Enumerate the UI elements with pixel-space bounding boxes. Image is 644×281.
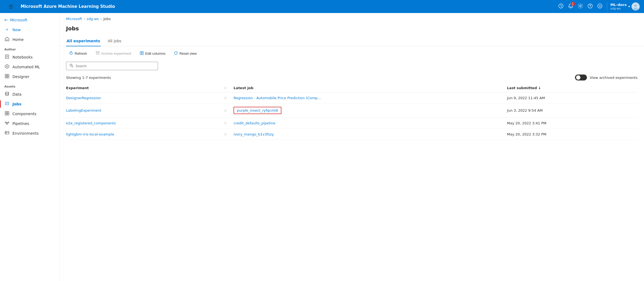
author-section-label: Author xyxy=(0,44,59,52)
experiment-link-1[interactable]: LabelingExperiment xyxy=(66,108,101,112)
star-cell-1: ☆ xyxy=(221,104,231,118)
latest-job-cell-2: credit_defaults_pipeline xyxy=(230,118,504,129)
sidebar-item-pipelines[interactable]: Pipelines xyxy=(0,119,59,128)
table-row: e2e_registered_components ☆ credit_defau… xyxy=(66,118,638,129)
sidebar-item-components[interactable]: Components xyxy=(0,109,59,119)
refresh-button[interactable]: Refresh xyxy=(66,50,90,57)
experiments-table: Experiment ☆ Latest job Last submitted ↓ xyxy=(66,84,638,140)
sidebar-item-home[interactable]: Home xyxy=(0,35,59,44)
archive-icon xyxy=(96,51,100,56)
page-title: Jobs xyxy=(66,25,638,32)
history-icon[interactable] xyxy=(558,3,564,10)
star-cell-3: ☆ xyxy=(221,129,231,140)
latest-job-link-3[interactable]: ivory_mango_b1v3fszy xyxy=(234,132,274,136)
toolbar: Refresh Archive experiment Edit columns … xyxy=(60,46,644,61)
svg-rect-18 xyxy=(7,76,9,78)
sidebar-automated-ml-label: Automated ML xyxy=(12,65,40,69)
svg-rect-26 xyxy=(5,122,6,123)
col-header-latest-job[interactable]: Latest job xyxy=(230,84,504,92)
sidebar-item-designer[interactable]: Designer xyxy=(0,72,59,82)
environments-icon xyxy=(4,131,10,136)
jobs-icon xyxy=(4,101,10,107)
reset-view-label: Reset view xyxy=(179,51,197,56)
tab-all-jobs[interactable]: All jobs xyxy=(107,36,122,46)
notification-icon[interactable]: 1 xyxy=(568,3,573,10)
svg-rect-15 xyxy=(5,74,7,76)
svg-rect-28 xyxy=(6,123,8,124)
latest-job-link-1[interactable]: purple_insect_ryfqcmt6 xyxy=(237,108,278,112)
automated-ml-icon xyxy=(4,64,10,70)
sidebar-data-label: Data xyxy=(12,92,21,96)
breadcrumb-current: Jobs xyxy=(103,17,111,21)
tab-all-experiments[interactable]: All experiments xyxy=(66,36,101,46)
svg-point-4 xyxy=(598,4,602,8)
breadcrumb-microsoft[interactable]: Microsoft xyxy=(66,17,82,21)
svg-rect-17 xyxy=(5,76,7,78)
back-arrow-icon: ← xyxy=(4,17,8,22)
breadcrumb-sep-1: › xyxy=(84,17,85,21)
star-cell-0: ☆ xyxy=(221,92,231,104)
experiment-link-2[interactable]: e2e_registered_components xyxy=(66,121,116,125)
sidebar-pipelines-label: Pipelines xyxy=(12,121,29,126)
toggle-label: View archived experiments xyxy=(590,76,638,80)
last-submitted-cell-3: May 20, 2022 3:32 PM xyxy=(504,129,638,140)
star-icon-3[interactable]: ☆ xyxy=(224,132,227,136)
archive-experiment-button[interactable]: Archive experiment xyxy=(93,50,134,57)
edit-columns-button[interactable]: Edit columns xyxy=(137,50,169,57)
sidebar-item-notebooks[interactable]: Notebooks xyxy=(0,52,59,62)
col-header-experiment[interactable]: Experiment xyxy=(66,84,221,92)
top-bar-left: ☰ Microsoft Azure Machine Learning Studi… xyxy=(4,2,115,12)
tabs-bar: All experiments All jobs xyxy=(60,36,644,46)
star-icon-0[interactable]: ☆ xyxy=(224,96,227,100)
svg-rect-25 xyxy=(7,114,9,115)
sidebar-environments-label: Environments xyxy=(12,131,39,135)
archive-toggle-row: View archived experiments xyxy=(575,75,638,80)
last-submitted-cell-2: May 20, 2022 3:41 PM xyxy=(504,118,638,129)
sidebar-item-new[interactable]: ＋ New xyxy=(0,25,59,35)
svg-point-6 xyxy=(634,4,637,7)
experiment-link-0[interactable]: DesignerRegression xyxy=(66,96,101,100)
sidebar-home-label: Home xyxy=(12,37,24,42)
latest-job-link-2[interactable]: credit_defaults_pipeline xyxy=(234,121,275,125)
settings-icon[interactable] xyxy=(578,3,583,10)
svg-rect-34 xyxy=(96,51,99,52)
latest-job-cell-3: ivory_mango_b1v3fszy xyxy=(230,129,504,140)
sidebar-item-jobs[interactable]: Jobs xyxy=(0,99,59,109)
star-icon-1[interactable]: ☆ xyxy=(224,108,227,113)
svg-rect-27 xyxy=(8,122,9,123)
search-icon xyxy=(70,64,73,68)
avatar xyxy=(632,2,640,11)
sidebar-item-environments[interactable]: Environments xyxy=(0,128,59,138)
toggle-knob xyxy=(576,75,580,80)
sidebar-new-label: New xyxy=(12,28,21,32)
last-submitted-cell-0: Jun 9, 2022 11:45 AM xyxy=(504,92,638,104)
svg-line-41 xyxy=(72,66,73,67)
sidebar-components-label: Components xyxy=(12,112,37,116)
hamburger-menu[interactable]: ☰ xyxy=(4,2,17,12)
help-icon[interactable] xyxy=(587,3,593,10)
app-title: Microsoft Azure Machine Learning Studio xyxy=(21,4,115,9)
col-header-last-submitted[interactable]: Last submitted ↓ xyxy=(504,84,638,92)
home-icon xyxy=(4,37,10,42)
reset-view-button[interactable]: Reset view xyxy=(171,50,200,57)
search-box[interactable] xyxy=(66,62,158,70)
sidebar-item-data[interactable]: Data xyxy=(0,89,59,99)
main-content: Microsoft › sdg-ws › Jobs Jobs All exper… xyxy=(60,13,644,281)
breadcrumb-workspace[interactable]: sdg-ws xyxy=(87,17,99,21)
latest-job-cell-0: Regression - Automobile Price Prediction… xyxy=(230,92,504,104)
sidebar-notebooks-label: Notebooks xyxy=(12,55,33,59)
latest-job-link-0[interactable]: Regression - Automobile Price Prediction… xyxy=(234,96,321,100)
sidebar-back-button[interactable]: ← Microsoft xyxy=(0,15,59,25)
sidebar-item-automated-ml[interactable]: Automated ML xyxy=(0,62,59,72)
archive-toggle[interactable] xyxy=(575,75,587,80)
experiment-name-cell: lightgbm-iris-local-example xyxy=(66,129,221,140)
search-input[interactable] xyxy=(75,64,155,68)
star-icon-2[interactable]: ☆ xyxy=(224,121,227,125)
experiment-link-3[interactable]: lightgbm-iris-local-example xyxy=(66,132,114,136)
feedback-icon[interactable] xyxy=(597,3,603,10)
svg-point-19 xyxy=(5,92,9,93)
svg-rect-22 xyxy=(5,111,7,113)
account-section[interactable]: ML-docs sdg-ws ▾ xyxy=(607,2,640,11)
table-row: LabelingExperiment ☆ purple_insect_ryfqc… xyxy=(66,104,638,118)
table-container: Experiment ☆ Latest job Last submitted ↓ xyxy=(60,84,644,140)
